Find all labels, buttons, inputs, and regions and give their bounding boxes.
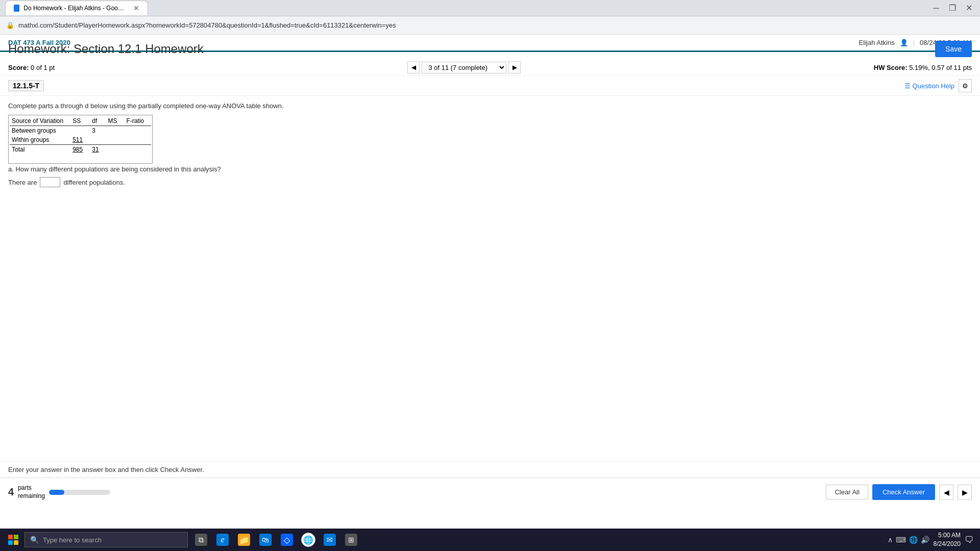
row-ms-between [106, 126, 125, 136]
chrome-symbol: 🌐 [303, 535, 313, 545]
footer-instruction: Enter your answer in the answer box and … [0, 461, 980, 478]
win-logo-quad-red [8, 535, 13, 539]
tab-close-button[interactable]: ✕ [133, 4, 139, 12]
anova-table-wrapper: Source of Variation SS df MS F-ratio Bet… [8, 115, 153, 164]
score-label: Score: [8, 64, 29, 71]
tab-favicon [14, 5, 19, 12]
check-answer-button[interactable]: Check Answer [872, 484, 935, 500]
question-help-label: Question Help [913, 82, 954, 90]
restore-button[interactable]: ❐ [946, 2, 959, 14]
lock-icon: 🔒 [6, 21, 14, 29]
start-button[interactable] [2, 529, 24, 551]
row-source-between: Between groups [10, 126, 70, 136]
browser-tab[interactable]: Do Homework - Elijah Atkins - Google Chr… [5, 1, 148, 15]
taskview-icon[interactable]: ⧉ [191, 529, 211, 551]
taskbar-icons: ⧉ e 📁 🛍 ◇ 🌐 [191, 529, 361, 551]
file-explorer-icon[interactable]: 📁 [234, 529, 254, 551]
progress-bar-fill [49, 490, 64, 495]
prev-question-button[interactable]: ◀ [407, 61, 420, 73]
taskbar: 🔍 Type here to search ⧉ e 📁 🛍 ◇ [0, 529, 980, 551]
answer-bar: 4 parts remaining Clear All Check Answer… [0, 478, 980, 506]
edge-shape: e [216, 534, 229, 546]
taskbar-time: 5:00 AM [934, 531, 961, 540]
question-selector[interactable]: 3 of 11 (7 complete) [422, 62, 506, 73]
taskbar-right: ∧ ⌨ 🌐 🔊 5:00 AM 8/24/2020 🗨 [888, 531, 978, 548]
dropbox-symbol: ◇ [284, 535, 290, 545]
close-button[interactable]: ✕ [963, 2, 975, 14]
next-nav-arrow-button[interactable]: ▶ [958, 485, 972, 500]
taskview-shape: ⧉ [195, 534, 207, 546]
explorer-symbol: 📁 [239, 535, 249, 545]
url-field[interactable]: mathxl.com/Student/PlayerHomework.aspx?h… [18, 21, 974, 29]
list-icon: ☰ [904, 82, 911, 90]
footer-instruction-text: Enter your answer in the answer box and … [8, 466, 204, 473]
mail-symbol: ✉ [327, 536, 333, 544]
answer-input[interactable] [40, 177, 60, 187]
col-header-ms: MS [106, 116, 125, 126]
store-symbol: 🛍 [262, 536, 269, 544]
taskbar-search[interactable]: 🔍 Type here to search [24, 532, 188, 547]
parts-remaining: 4 parts remaining [8, 484, 110, 500]
hw-score-value: 5.19%, 0.57 of 11 pts [909, 64, 972, 71]
edge-icon[interactable]: e [212, 529, 233, 551]
row-ms-total [106, 145, 125, 155]
row-df-between: 3 [90, 126, 106, 136]
tray-volume-icon[interactable]: 🔊 [921, 536, 929, 544]
answer-line: There are different populations. [8, 177, 972, 187]
hw-score-display: HW Score: 5.19%, 0.57 of 11 pts [874, 64, 972, 71]
hw-score-label: HW Score: [874, 64, 908, 71]
parts-remaining-label: parts remaining [18, 484, 45, 500]
minimize-button[interactable]: ─ [930, 2, 942, 14]
score-value: 0 of 1 pt [31, 64, 55, 71]
settings-button[interactable]: ⚙ [959, 79, 972, 92]
row-ss-total: 985 [70, 145, 90, 155]
save-button[interactable]: Save [935, 41, 972, 57]
apps-shape: ⊞ [345, 534, 357, 546]
row-fr-within [125, 135, 152, 145]
tray-keyboard-icon: ⌨ [896, 536, 906, 544]
dropbox-icon[interactable]: ◇ [277, 529, 297, 551]
row-df-total: 31 [90, 145, 106, 155]
question-label-bar: 12.1.5-T ☰ Question Help ⚙ [0, 76, 980, 96]
anova-table: Source of Variation SS df MS F-ratio Bet… [10, 116, 151, 154]
win-logo-quad-yellow [14, 540, 18, 545]
table-row: Total 985 31 [10, 145, 151, 155]
row-fr-between [125, 126, 152, 136]
content-area: Homework: Section 12.1 Homework Save Sco… [0, 35, 980, 529]
next-question-button[interactable]: ▶ [508, 61, 521, 73]
prev-nav-arrow-button[interactable]: ◀ [939, 485, 953, 500]
store-shape: 🛍 [259, 534, 272, 546]
parts-remaining-number: 4 [8, 486, 14, 498]
dropbox-shape: ◇ [281, 534, 293, 546]
score-display: Score: 0 of 1 pt [8, 64, 55, 71]
taskbar-clock[interactable]: 5:00 AM 8/24/2020 [934, 531, 961, 548]
mail-shape: ✉ [324, 534, 336, 546]
explorer-shape: 📁 [238, 534, 250, 546]
col-header-df: df [90, 116, 106, 126]
page-title: Homework: Section 12.1 Homework [8, 42, 204, 56]
answer-bar-right: Clear All Check Answer ◀ ▶ [826, 484, 972, 500]
gear-icon: ⚙ [962, 82, 968, 90]
apps-symbol: ⊞ [348, 536, 354, 544]
clear-all-button[interactable]: Clear All [826, 485, 868, 499]
col-header-fratio: F-ratio [125, 116, 152, 126]
answer-prefix: There are [8, 179, 37, 186]
search-icon: 🔍 [30, 536, 39, 544]
answer-suffix: different populations. [63, 179, 125, 186]
row-ms-within [106, 135, 125, 145]
tab-title: Do Homework - Elijah Atkins - Google Chr… [23, 5, 125, 12]
win-logo-quad-green [14, 535, 18, 539]
windows-logo-icon [8, 535, 18, 545]
tray-up-icon[interactable]: ∧ [888, 536, 893, 544]
col-header-ss: SS [70, 116, 90, 126]
question-help-button[interactable]: ☰ Question Help [904, 82, 954, 90]
question-navigation: ◀ 3 of 11 (7 complete) ▶ [407, 61, 521, 73]
mail-icon[interactable]: ✉ [320, 529, 340, 551]
table-row: Within groups 511 [10, 135, 151, 145]
row-ss-within: 511 [70, 135, 90, 145]
store-icon[interactable]: 🛍 [255, 529, 276, 551]
chrome-icon[interactable]: 🌐 [298, 529, 318, 551]
notification-icon[interactable]: 🗨 [965, 535, 974, 545]
table-row: Between groups 3 [10, 126, 151, 136]
apps-icon[interactable]: ⊞ [341, 529, 361, 551]
